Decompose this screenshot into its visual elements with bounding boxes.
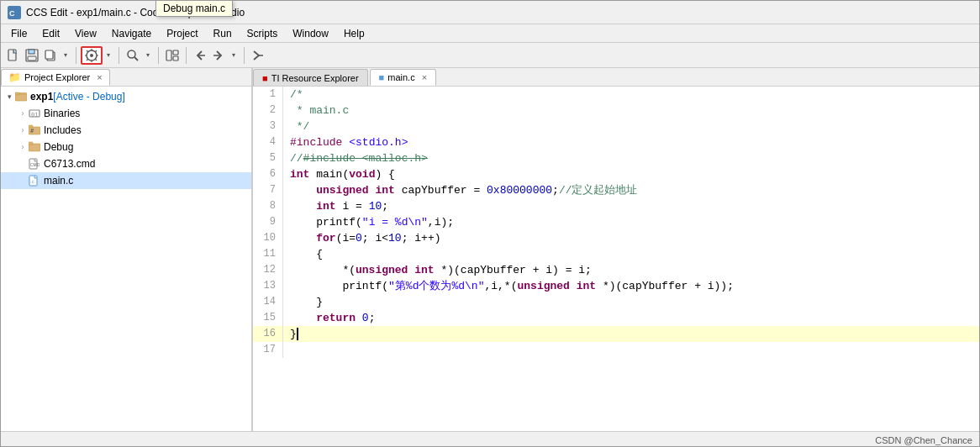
svg-point-9	[90, 54, 93, 57]
toolbar-group-search: ▾	[124, 46, 154, 65]
separator-4	[186, 47, 187, 64]
menu-project[interactable]: Project	[160, 26, 204, 41]
icon-c6713cmd: CMD	[28, 157, 41, 171]
left-tab-bar: 📁 Project Explorer ×	[1, 68, 251, 87]
toolbar-search-dropdown[interactable]: ▾	[142, 46, 154, 65]
menu-scripts[interactable]: Scripts	[240, 26, 285, 41]
arrow-binaries: ›	[18, 109, 28, 118]
project-explorer-icon: 📁	[8, 71, 21, 83]
svg-rect-34	[29, 144, 40, 151]
toolbar-nav-dropdown[interactable]: ▾	[228, 46, 240, 65]
right-tab-bar: ■ TI Resource Explorer ■ main.c ×	[253, 68, 979, 87]
svg-point-18	[128, 50, 135, 58]
svg-rect-28	[15, 92, 19, 95]
menu-navigate[interactable]: Navigate	[105, 26, 158, 41]
svg-rect-5	[28, 56, 36, 60]
tree-item-mainc[interactable]: .c main.c	[1, 172, 251, 189]
tree-item-c6713cmd[interactable]: CMD C6713.cmd	[1, 155, 251, 172]
code-line-9: 9 printf("i = %d\n",i);	[253, 214, 979, 230]
toolbar-group-arrow	[249, 46, 267, 65]
svg-text:C: C	[9, 9, 15, 18]
mainc-file-icon: ■	[379, 72, 385, 82]
code-line-16: 16 }	[253, 326, 979, 342]
toolbar-back-btn[interactable]	[191, 46, 209, 65]
menu-file[interactable]: File	[4, 26, 34, 41]
toolbar-save-btn[interactable]	[23, 46, 41, 65]
separator-1	[76, 47, 76, 64]
ti-resource-icon: ■	[262, 73, 268, 83]
svg-text:CMD: CMD	[30, 162, 40, 167]
app-icon: C	[8, 6, 21, 19]
svg-line-16	[96, 50, 97, 52]
mainc-tab-close[interactable]: ×	[422, 72, 427, 82]
separator-2	[119, 47, 119, 64]
status-text: CSDN @Chen_Chance	[875, 435, 972, 445]
toolbar-forward-btn[interactable]	[209, 46, 228, 65]
svg-text:.c: .c	[30, 179, 34, 184]
toolbar-debug-dropdown[interactable]: ▾	[103, 46, 114, 65]
project-explorer-label: Project Explorer	[24, 72, 90, 82]
icon-includes: #	[28, 124, 41, 137]
menu-help[interactable]: Help	[337, 26, 371, 41]
svg-rect-21	[173, 50, 178, 55]
arrow-includes: ›	[18, 126, 28, 134]
menu-run[interactable]: Run	[207, 26, 239, 41]
left-panel: 📁 Project Explorer × ▾	[1, 68, 253, 431]
icon-debug	[28, 140, 41, 154]
toolbar-debug-btn[interactable]	[81, 46, 103, 65]
menu-view[interactable]: View	[68, 26, 103, 41]
code-line-7: 7 unsigned int capYbuffer = 0x80000000;/…	[253, 182, 979, 198]
svg-line-19	[134, 57, 138, 60]
code-line-14: 14 }	[253, 294, 979, 310]
menu-window[interactable]: Window	[286, 26, 335, 41]
svg-line-17	[87, 59, 88, 60]
toolbar-new-btn[interactable]	[4, 46, 23, 65]
tree-item-binaries[interactable]: › 01 Binaries	[1, 105, 251, 122]
title-bar: C CCS Edit - exp1/main.c - Code Composer…	[1, 1, 979, 24]
tree-item-includes[interactable]: › # Includes	[1, 122, 251, 139]
svg-rect-22	[173, 56, 178, 60]
svg-line-14	[87, 50, 88, 52]
toolbar-group-debug: ▾	[81, 46, 114, 65]
separator-3	[158, 47, 159, 64]
code-line-3: 3 */	[253, 118, 979, 134]
project-explorer-close[interactable]: ×	[97, 72, 102, 82]
label-includes: Includes	[44, 124, 82, 136]
code-line-15: 15 return 0;	[253, 310, 979, 326]
mainc-tab-label: main.c	[387, 72, 414, 82]
toolbar-layout-btn[interactable]	[163, 46, 182, 65]
arrow-exp1: ▾	[4, 92, 14, 101]
svg-text:01: 01	[31, 112, 38, 118]
code-editor[interactable]: 1 /* 2 * main.c 3 */ 4 #include <stdio.h…	[253, 87, 979, 431]
code-line-10: 10 for(i=0; i<10; i++)	[253, 230, 979, 246]
toolbar-search-btn[interactable]	[124, 46, 142, 65]
svg-rect-4	[29, 50, 34, 54]
code-line-4: 4 #include <stdio.h>	[253, 134, 979, 150]
tree-item-debug[interactable]: › Debug	[1, 139, 251, 155]
icon-binaries: 01	[28, 107, 41, 120]
tab-main-c[interactable]: ■ main.c ×	[370, 69, 437, 86]
project-tree: ▾ exp1 [Active - Debug] ›	[1, 87, 251, 431]
toolbar: ▾ ▾ Debug main.c	[1, 43, 979, 68]
code-line-17: 17	[253, 342, 979, 358]
main-content: 📁 Project Explorer × ▾	[1, 68, 979, 431]
status-bar: CSDN @Chen_Chance	[1, 431, 979, 447]
code-line-1: 1 /*	[253, 87, 979, 103]
code-line-11: 11 {	[253, 246, 979, 262]
label-exp1: exp1	[30, 91, 53, 103]
icon-exp1	[14, 90, 28, 103]
toolbar-file-dropdown[interactable]: ▾	[60, 46, 71, 65]
menu-edit[interactable]: Edit	[35, 26, 66, 41]
code-line-2: 2 * main.c	[253, 103, 979, 118]
tab-project-explorer[interactable]: 📁 Project Explorer ×	[1, 69, 110, 86]
code-line-12: 12 *(unsigned int *)(capYbuffer + i) = i…	[253, 262, 979, 278]
tree-item-exp1[interactable]: ▾ exp1 [Active - Debug]	[1, 88, 251, 105]
toolbar-arrow-btn[interactable]	[249, 46, 267, 65]
toolbar-copy-btn[interactable]	[41, 46, 60, 65]
svg-rect-20	[166, 50, 171, 60]
label-c6713cmd: C6713.cmd	[44, 158, 95, 170]
code-line-8: 8 int i = 10;	[253, 198, 979, 214]
tab-ti-resource-explorer[interactable]: ■ TI Resource Explorer	[253, 69, 368, 86]
label-exp1-suffix: [Active - Debug]	[53, 91, 124, 103]
code-line-13: 13 printf("第%d个数为%d\n",i,*(unsigned int …	[253, 278, 979, 294]
